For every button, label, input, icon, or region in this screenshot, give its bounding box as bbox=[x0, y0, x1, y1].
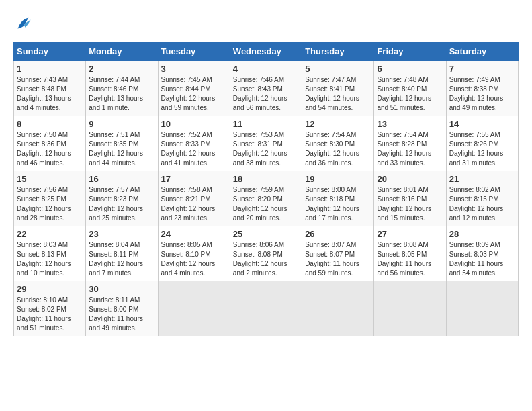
day-number: 24 bbox=[161, 229, 227, 239]
page-header bbox=[13, 13, 519, 35]
day-number: 18 bbox=[233, 174, 299, 184]
calendar-day: 2 Sunrise: 7:44 AM Sunset: 8:46 PM Dayli… bbox=[86, 61, 158, 116]
calendar-week-5: 29 Sunrise: 8:10 AM Sunset: 8:02 PM Dayl… bbox=[14, 281, 519, 336]
calendar-day: 14 Sunrise: 7:55 AM Sunset: 8:26 PM Dayl… bbox=[446, 116, 518, 171]
day-info: Sunrise: 8:01 AM Sunset: 8:16 PM Dayligh… bbox=[377, 185, 443, 223]
calendar-day bbox=[446, 281, 518, 336]
day-info: Sunrise: 8:02 AM Sunset: 8:15 PM Dayligh… bbox=[449, 185, 515, 223]
day-number: 1 bbox=[17, 64, 83, 74]
calendar-day: 25 Sunrise: 8:06 AM Sunset: 8:08 PM Dayl… bbox=[230, 226, 302, 281]
day-number: 12 bbox=[305, 119, 371, 129]
day-number: 26 bbox=[305, 229, 371, 239]
day-info: Sunrise: 8:04 AM Sunset: 8:11 PM Dayligh… bbox=[89, 240, 154, 278]
calendar-day: 3 Sunrise: 7:45 AM Sunset: 8:44 PM Dayli… bbox=[158, 61, 230, 116]
day-info: Sunrise: 8:07 AM Sunset: 8:07 PM Dayligh… bbox=[305, 240, 371, 278]
calendar-day: 13 Sunrise: 7:54 AM Sunset: 8:28 PM Dayl… bbox=[374, 116, 446, 171]
day-number: 10 bbox=[161, 119, 227, 129]
calendar-day: 10 Sunrise: 7:52 AM Sunset: 8:33 PM Dayl… bbox=[158, 116, 230, 171]
calendar-day bbox=[158, 281, 230, 336]
day-number: 30 bbox=[89, 284, 154, 294]
day-info: Sunrise: 7:44 AM Sunset: 8:46 PM Dayligh… bbox=[89, 75, 154, 113]
day-info: Sunrise: 8:11 AM Sunset: 8:00 PM Dayligh… bbox=[89, 295, 154, 333]
calendar-day: 22 Sunrise: 8:03 AM Sunset: 8:13 PM Dayl… bbox=[14, 226, 86, 281]
calendar-week-2: 8 Sunrise: 7:50 AM Sunset: 8:36 PM Dayli… bbox=[14, 116, 519, 171]
calendar-day: 15 Sunrise: 7:56 AM Sunset: 8:25 PM Dayl… bbox=[14, 171, 86, 226]
day-number: 14 bbox=[449, 119, 515, 129]
day-number: 21 bbox=[449, 174, 515, 184]
day-number: 23 bbox=[89, 229, 154, 239]
day-number: 28 bbox=[449, 229, 515, 239]
day-number: 17 bbox=[161, 174, 227, 184]
day-number: 27 bbox=[377, 229, 443, 239]
calendar-day: 17 Sunrise: 7:58 AM Sunset: 8:21 PM Dayl… bbox=[158, 171, 230, 226]
day-info: Sunrise: 7:52 AM Sunset: 8:33 PM Dayligh… bbox=[161, 130, 227, 168]
weekday-header-saturday: Saturday bbox=[446, 42, 518, 61]
day-info: Sunrise: 7:54 AM Sunset: 8:30 PM Dayligh… bbox=[305, 130, 371, 168]
day-number: 3 bbox=[161, 64, 227, 74]
day-info: Sunrise: 7:56 AM Sunset: 8:25 PM Dayligh… bbox=[17, 185, 83, 223]
calendar-day: 6 Sunrise: 7:48 AM Sunset: 8:40 PM Dayli… bbox=[374, 61, 446, 116]
calendar-day: 4 Sunrise: 7:46 AM Sunset: 8:43 PM Dayli… bbox=[230, 61, 302, 116]
day-info: Sunrise: 7:51 AM Sunset: 8:35 PM Dayligh… bbox=[89, 130, 154, 168]
day-info: Sunrise: 7:53 AM Sunset: 8:31 PM Dayligh… bbox=[233, 130, 299, 168]
calendar-day: 7 Sunrise: 7:49 AM Sunset: 8:38 PM Dayli… bbox=[446, 61, 518, 116]
day-number: 29 bbox=[17, 284, 83, 294]
day-number: 7 bbox=[449, 64, 515, 74]
calendar-day: 26 Sunrise: 8:07 AM Sunset: 8:07 PM Dayl… bbox=[302, 226, 374, 281]
calendar-day: 20 Sunrise: 8:01 AM Sunset: 8:16 PM Dayl… bbox=[374, 171, 446, 226]
calendar-day bbox=[302, 281, 374, 336]
day-number: 9 bbox=[89, 119, 154, 129]
calendar-day: 21 Sunrise: 8:02 AM Sunset: 8:15 PM Dayl… bbox=[446, 171, 518, 226]
day-info: Sunrise: 7:49 AM Sunset: 8:38 PM Dayligh… bbox=[449, 75, 515, 113]
day-number: 2 bbox=[89, 64, 154, 74]
day-number: 15 bbox=[17, 174, 83, 184]
day-number: 22 bbox=[17, 229, 83, 239]
day-number: 11 bbox=[233, 119, 299, 129]
day-info: Sunrise: 7:47 AM Sunset: 8:41 PM Dayligh… bbox=[305, 75, 371, 113]
calendar-day: 23 Sunrise: 8:04 AM Sunset: 8:11 PM Dayl… bbox=[86, 226, 158, 281]
calendar-day: 27 Sunrise: 8:08 AM Sunset: 8:05 PM Dayl… bbox=[374, 226, 446, 281]
calendar-day: 5 Sunrise: 7:47 AM Sunset: 8:41 PM Dayli… bbox=[302, 61, 374, 116]
calendar-day bbox=[374, 281, 446, 336]
weekday-header-tuesday: Tuesday bbox=[158, 42, 230, 61]
calendar-day: 12 Sunrise: 7:54 AM Sunset: 8:30 PM Dayl… bbox=[302, 116, 374, 171]
day-number: 6 bbox=[377, 64, 443, 74]
day-info: Sunrise: 7:50 AM Sunset: 8:36 PM Dayligh… bbox=[17, 130, 83, 168]
calendar-day: 8 Sunrise: 7:50 AM Sunset: 8:36 PM Dayli… bbox=[14, 116, 86, 171]
weekday-header-row: SundayMondayTuesdayWednesdayThursdayFrid… bbox=[14, 42, 519, 61]
logo bbox=[13, 13, 38, 35]
calendar-day: 1 Sunrise: 7:43 AM Sunset: 8:48 PM Dayli… bbox=[14, 61, 86, 116]
calendar-week-4: 22 Sunrise: 8:03 AM Sunset: 8:13 PM Dayl… bbox=[14, 226, 519, 281]
day-info: Sunrise: 8:09 AM Sunset: 8:03 PM Dayligh… bbox=[449, 240, 515, 278]
day-info: Sunrise: 7:59 AM Sunset: 8:20 PM Dayligh… bbox=[233, 185, 299, 223]
day-info: Sunrise: 7:46 AM Sunset: 8:43 PM Dayligh… bbox=[233, 75, 299, 113]
calendar-day: 19 Sunrise: 8:00 AM Sunset: 8:18 PM Dayl… bbox=[302, 171, 374, 226]
day-info: Sunrise: 8:05 AM Sunset: 8:10 PM Dayligh… bbox=[161, 240, 227, 278]
day-info: Sunrise: 8:10 AM Sunset: 8:02 PM Dayligh… bbox=[17, 295, 83, 333]
weekday-header-monday: Monday bbox=[86, 42, 158, 61]
day-number: 13 bbox=[377, 119, 443, 129]
day-info: Sunrise: 7:57 AM Sunset: 8:23 PM Dayligh… bbox=[89, 185, 154, 223]
day-number: 5 bbox=[305, 64, 371, 74]
calendar-day: 28 Sunrise: 8:09 AM Sunset: 8:03 PM Dayl… bbox=[446, 226, 518, 281]
calendar-table: SundayMondayTuesdayWednesdayThursdayFrid… bbox=[13, 42, 519, 336]
day-info: Sunrise: 8:03 AM Sunset: 8:13 PM Dayligh… bbox=[17, 240, 83, 278]
day-number: 4 bbox=[233, 64, 299, 74]
day-info: Sunrise: 8:00 AM Sunset: 8:18 PM Dayligh… bbox=[305, 185, 371, 223]
weekday-header-wednesday: Wednesday bbox=[230, 42, 302, 61]
weekday-header-friday: Friday bbox=[374, 42, 446, 61]
day-number: 25 bbox=[233, 229, 299, 239]
calendar-week-3: 15 Sunrise: 7:56 AM Sunset: 8:25 PM Dayl… bbox=[14, 171, 519, 226]
day-number: 19 bbox=[305, 174, 371, 184]
day-number: 16 bbox=[89, 174, 154, 184]
day-info: Sunrise: 8:06 AM Sunset: 8:08 PM Dayligh… bbox=[233, 240, 299, 278]
calendar-day: 11 Sunrise: 7:53 AM Sunset: 8:31 PM Dayl… bbox=[230, 116, 302, 171]
calendar-day: 18 Sunrise: 7:59 AM Sunset: 8:20 PM Dayl… bbox=[230, 171, 302, 226]
calendar-day: 30 Sunrise: 8:11 AM Sunset: 8:00 PM Dayl… bbox=[86, 281, 158, 336]
day-number: 8 bbox=[17, 119, 83, 129]
calendar-day: 24 Sunrise: 8:05 AM Sunset: 8:10 PM Dayl… bbox=[158, 226, 230, 281]
calendar-week-1: 1 Sunrise: 7:43 AM Sunset: 8:48 PM Dayli… bbox=[14, 61, 519, 116]
day-info: Sunrise: 8:08 AM Sunset: 8:05 PM Dayligh… bbox=[377, 240, 443, 278]
day-info: Sunrise: 7:55 AM Sunset: 8:26 PM Dayligh… bbox=[449, 130, 515, 168]
day-info: Sunrise: 7:45 AM Sunset: 8:44 PM Dayligh… bbox=[161, 75, 227, 113]
